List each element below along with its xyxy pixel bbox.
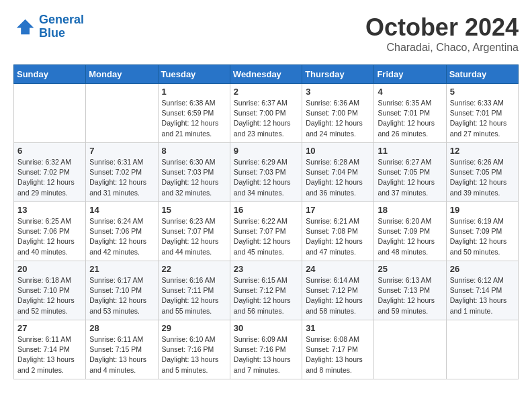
- calendar-cell: [86, 84, 158, 143]
- calendar-cell: 15Sunrise: 6:23 AM Sunset: 7:07 PM Dayli…: [158, 202, 230, 261]
- calendar-cell: 30Sunrise: 6:09 AM Sunset: 7:16 PM Dayli…: [230, 320, 302, 379]
- day-number: 2: [234, 87, 298, 97]
- calendar-cell: 5Sunrise: 6:33 AM Sunset: 7:01 PM Daylig…: [446, 84, 518, 143]
- day-number: 26: [450, 264, 515, 274]
- week-row-3: 20Sunrise: 6:18 AM Sunset: 7:10 PM Dayli…: [14, 261, 519, 320]
- day-number: 7: [89, 146, 154, 156]
- calendar-cell: 14Sunrise: 6:24 AM Sunset: 7:06 PM Dayli…: [86, 202, 158, 261]
- calendar-cell: 3Sunrise: 6:36 AM Sunset: 7:00 PM Daylig…: [302, 84, 374, 143]
- day-number: 15: [162, 205, 226, 215]
- day-info: Sunrise: 6:15 AM Sunset: 7:12 PM Dayligh…: [234, 275, 298, 316]
- day-info: Sunrise: 6:18 AM Sunset: 7:10 PM Dayligh…: [17, 275, 82, 316]
- calendar-cell: 4Sunrise: 6:35 AM Sunset: 7:01 PM Daylig…: [374, 84, 446, 143]
- calendar-cell: 16Sunrise: 6:22 AM Sunset: 7:07 PM Dayli…: [230, 202, 302, 261]
- day-info: Sunrise: 6:28 AM Sunset: 7:04 PM Dayligh…: [306, 157, 370, 198]
- calendar-cell: 10Sunrise: 6:28 AM Sunset: 7:04 PM Dayli…: [302, 143, 374, 202]
- day-number: 4: [378, 87, 442, 97]
- day-info: Sunrise: 6:29 AM Sunset: 7:03 PM Dayligh…: [234, 157, 298, 198]
- calendar-cell: 2Sunrise: 6:37 AM Sunset: 7:00 PM Daylig…: [230, 84, 302, 143]
- day-info: Sunrise: 6:26 AM Sunset: 7:05 PM Dayligh…: [450, 157, 515, 198]
- day-number: 19: [450, 205, 515, 215]
- calendar-cell: 9Sunrise: 6:29 AM Sunset: 7:03 PM Daylig…: [230, 143, 302, 202]
- calendar-cell: 18Sunrise: 6:20 AM Sunset: 7:09 PM Dayli…: [374, 202, 446, 261]
- day-info: Sunrise: 6:25 AM Sunset: 7:06 PM Dayligh…: [17, 216, 82, 257]
- calendar-cell: 17Sunrise: 6:21 AM Sunset: 7:08 PM Dayli…: [302, 202, 374, 261]
- header-row: SundayMondayTuesdayWednesdayThursdayFrid…: [14, 65, 519, 84]
- header-day-thursday: Thursday: [302, 65, 374, 84]
- logo-line2: Blue: [39, 26, 65, 40]
- day-number: 16: [234, 205, 298, 215]
- calendar-cell: [14, 84, 86, 143]
- header-day-wednesday: Wednesday: [230, 65, 302, 84]
- day-number: 14: [89, 205, 154, 215]
- day-info: Sunrise: 6:24 AM Sunset: 7:06 PM Dayligh…: [89, 216, 154, 257]
- calendar-cell: 31Sunrise: 6:08 AM Sunset: 7:17 PM Dayli…: [302, 320, 374, 379]
- week-row-0: 1Sunrise: 6:38 AM Sunset: 6:59 PM Daylig…: [14, 84, 519, 143]
- day-number: 8: [162, 146, 226, 156]
- page-header: General Blue October 2024 Charadai, Chac…: [13, 13, 519, 54]
- calendar-cell: 26Sunrise: 6:12 AM Sunset: 7:14 PM Dayli…: [446, 261, 518, 320]
- day-number: 10: [306, 146, 370, 156]
- title-block: October 2024 Charadai, Chaco, Argentina: [365, 13, 519, 54]
- day-info: Sunrise: 6:37 AM Sunset: 7:00 PM Dayligh…: [234, 98, 298, 139]
- logo-icon: [13, 16, 35, 38]
- day-info: Sunrise: 6:11 AM Sunset: 7:14 PM Dayligh…: [17, 334, 82, 375]
- location-subtitle: Charadai, Chaco, Argentina: [365, 42, 519, 54]
- week-row-4: 27Sunrise: 6:11 AM Sunset: 7:14 PM Dayli…: [14, 320, 519, 379]
- svg-marker-1: [17, 19, 34, 34]
- day-number: 5: [450, 87, 515, 97]
- header-day-monday: Monday: [86, 65, 158, 84]
- calendar-cell: 1Sunrise: 6:38 AM Sunset: 6:59 PM Daylig…: [158, 84, 230, 143]
- calendar-body: 1Sunrise: 6:38 AM Sunset: 6:59 PM Daylig…: [14, 84, 519, 379]
- header-day-friday: Friday: [374, 65, 446, 84]
- day-number: 29: [162, 323, 226, 333]
- day-info: Sunrise: 6:31 AM Sunset: 7:02 PM Dayligh…: [89, 157, 154, 198]
- day-info: Sunrise: 6:17 AM Sunset: 7:10 PM Dayligh…: [89, 275, 154, 316]
- header-day-sunday: Sunday: [14, 65, 86, 84]
- day-info: Sunrise: 6:09 AM Sunset: 7:16 PM Dayligh…: [234, 334, 298, 375]
- day-number: 9: [234, 146, 298, 156]
- calendar-cell: [374, 320, 446, 379]
- logo-text: General Blue: [39, 13, 84, 40]
- calendar-cell: 7Sunrise: 6:31 AM Sunset: 7:02 PM Daylig…: [86, 143, 158, 202]
- day-number: 18: [378, 205, 442, 215]
- day-number: 31: [306, 323, 370, 333]
- calendar-cell: 11Sunrise: 6:27 AM Sunset: 7:05 PM Dayli…: [374, 143, 446, 202]
- week-row-2: 13Sunrise: 6:25 AM Sunset: 7:06 PM Dayli…: [14, 202, 519, 261]
- calendar-cell: 27Sunrise: 6:11 AM Sunset: 7:14 PM Dayli…: [14, 320, 86, 379]
- day-info: Sunrise: 6:11 AM Sunset: 7:15 PM Dayligh…: [89, 334, 154, 375]
- logo-line1: General: [39, 13, 84, 26]
- calendar-cell: 20Sunrise: 6:18 AM Sunset: 7:10 PM Dayli…: [14, 261, 86, 320]
- day-number: 28: [89, 323, 154, 333]
- calendar-cell: 28Sunrise: 6:11 AM Sunset: 7:15 PM Dayli…: [86, 320, 158, 379]
- day-info: Sunrise: 6:32 AM Sunset: 7:02 PM Dayligh…: [17, 157, 82, 198]
- day-number: 23: [234, 264, 298, 274]
- calendar-cell: 12Sunrise: 6:26 AM Sunset: 7:05 PM Dayli…: [446, 143, 518, 202]
- day-info: Sunrise: 6:27 AM Sunset: 7:05 PM Dayligh…: [378, 157, 442, 198]
- day-info: Sunrise: 6:35 AM Sunset: 7:01 PM Dayligh…: [378, 98, 442, 139]
- day-number: 30: [234, 323, 298, 333]
- month-title: October 2024: [365, 13, 519, 42]
- calendar-cell: [446, 320, 518, 379]
- calendar-cell: 21Sunrise: 6:17 AM Sunset: 7:10 PM Dayli…: [86, 261, 158, 320]
- calendar-cell: 19Sunrise: 6:19 AM Sunset: 7:09 PM Dayli…: [446, 202, 518, 261]
- header-day-tuesday: Tuesday: [158, 65, 230, 84]
- day-number: 3: [306, 87, 370, 97]
- day-info: Sunrise: 6:23 AM Sunset: 7:07 PM Dayligh…: [162, 216, 226, 257]
- day-number: 24: [306, 264, 370, 274]
- week-row-1: 6Sunrise: 6:32 AM Sunset: 7:02 PM Daylig…: [14, 143, 519, 202]
- calendar-cell: 25Sunrise: 6:13 AM Sunset: 7:13 PM Dayli…: [374, 261, 446, 320]
- day-number: 20: [17, 264, 82, 274]
- day-number: 12: [450, 146, 515, 156]
- calendar-cell: 22Sunrise: 6:16 AM Sunset: 7:11 PM Dayli…: [158, 261, 230, 320]
- day-info: Sunrise: 6:12 AM Sunset: 7:14 PM Dayligh…: [450, 275, 515, 316]
- day-info: Sunrise: 6:33 AM Sunset: 7:01 PM Dayligh…: [450, 98, 515, 139]
- logo: General Blue: [13, 13, 84, 40]
- day-number: 22: [162, 264, 226, 274]
- day-number: 13: [17, 205, 82, 215]
- day-number: 25: [378, 264, 442, 274]
- day-info: Sunrise: 6:13 AM Sunset: 7:13 PM Dayligh…: [378, 275, 442, 316]
- day-info: Sunrise: 6:36 AM Sunset: 7:00 PM Dayligh…: [306, 98, 370, 139]
- day-info: Sunrise: 6:08 AM Sunset: 7:17 PM Dayligh…: [306, 334, 370, 375]
- day-info: Sunrise: 6:19 AM Sunset: 7:09 PM Dayligh…: [450, 216, 515, 257]
